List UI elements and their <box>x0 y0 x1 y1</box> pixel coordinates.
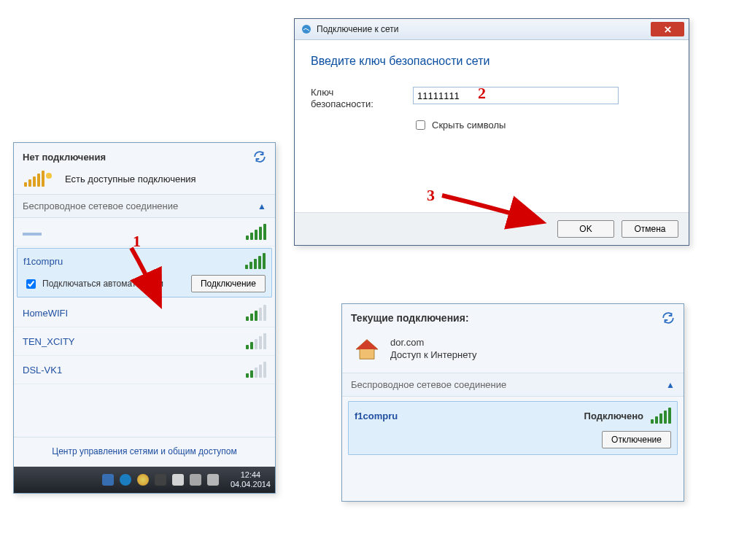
network-item-blurred[interactable]: ▬▬ <box>14 218 275 246</box>
clock-date: 04.04.2014 <box>231 480 271 489</box>
wireless-section-title: Беспроводное сетевое соединение <box>23 201 178 211</box>
network-item-selected[interactable]: f1compru Подключаться автоматически Подк… <box>17 248 272 298</box>
connected-status: Подключено <box>584 411 643 421</box>
hide-chars-checkbox[interactable] <box>416 120 425 130</box>
tray-volume-icon[interactable] <box>207 474 219 486</box>
active-network-row: dor.com Доступ к Интернету <box>342 332 684 373</box>
wifi-popup: Нет подключения Есть доступные подключен… <box>13 142 276 494</box>
hide-chars-label: Скрыть символы <box>432 120 506 131</box>
refresh-icon[interactable] <box>662 311 675 324</box>
disconnect-button[interactable]: Отключение <box>602 431 671 448</box>
network-center-link-text: Центр управления сетями и общим доступом <box>52 446 237 456</box>
close-button[interactable] <box>651 22 684 36</box>
network-name: TEN_XCITY <box>23 336 75 347</box>
connect-button[interactable]: Подключение <box>191 275 266 292</box>
auto-connect-text: Подключаться автоматически <box>42 279 163 289</box>
chevron-up-icon: ▲ <box>258 201 266 211</box>
taskbar-clock[interactable]: 12:44 04.04.2014 <box>231 470 271 489</box>
current-connections-title: Текущие подключения: <box>351 312 469 324</box>
auto-connect-checkbox[interactable] <box>26 279 36 289</box>
signal-icon <box>246 362 266 378</box>
wifi-popup-title: Нет подключения <box>23 152 106 163</box>
alert-dot-icon <box>46 173 52 179</box>
wifi-popup-header: Нет подключения <box>14 143 275 168</box>
annotation-3: 3 <box>427 186 435 205</box>
home-icon <box>352 335 382 364</box>
refresh-icon[interactable] <box>253 150 266 163</box>
wireless-section-title: Беспроводное сетевое соединение <box>351 379 506 390</box>
security-key-dialog: Подключение к сети Введите ключ безопасн… <box>294 18 689 246</box>
security-key-input[interactable] <box>413 87 619 104</box>
network-center-link[interactable]: Центр управления сетями и общим доступом <box>14 437 275 465</box>
dialog-title-text: Подключение к сети <box>317 24 398 34</box>
clock-time: 12:44 <box>231 470 271 480</box>
network-item[interactable]: DSL-VK1 <box>14 356 275 384</box>
signal-icon <box>246 333 266 349</box>
ok-button[interactable]: OK <box>557 220 614 238</box>
dialog-titlebar[interactable]: Подключение к сети <box>295 19 689 40</box>
network-name: f1compru <box>23 256 63 267</box>
connected-network-name: f1compru <box>355 411 398 421</box>
signal-icon <box>246 224 266 240</box>
network-name: HomeWIFI <box>23 308 68 319</box>
available-connections-row: Есть доступные подключения <box>14 168 275 194</box>
internet-access-text: Доступ к Интернету <box>390 349 477 362</box>
current-connections-popup: Текущие подключения: dor.com Доступ к Ин… <box>341 303 684 502</box>
signal-icon <box>246 305 266 321</box>
dialog-footer: OK Отмена <box>295 212 689 245</box>
tray-icon[interactable] <box>155 474 166 486</box>
current-connections-header: Текущие подключения: <box>342 304 684 332</box>
annotation-1: 1 <box>133 232 141 251</box>
signal-icon <box>24 171 44 187</box>
auto-connect-checkbox-label[interactable]: Подключаться автоматически <box>23 277 163 291</box>
taskbar: 12:44 04.04.2014 <box>14 467 275 493</box>
wireless-section-header[interactable]: Беспроводное сетевое соединение ▲ <box>14 194 275 218</box>
available-connections-text: Есть доступные подключения <box>65 174 196 184</box>
network-item[interactable]: HomeWIFI <box>14 299 275 327</box>
tray-icon[interactable] <box>137 474 149 486</box>
tray-icon[interactable] <box>102 474 114 486</box>
dialog-icon <box>301 23 312 35</box>
dialog-heading: Введите ключ безопасности сети <box>311 55 673 68</box>
signal-icon <box>651 408 671 424</box>
wireless-section-header[interactable]: Беспроводное сетевое соединение ▲ <box>342 373 684 397</box>
tray-network-icon[interactable] <box>190 474 201 486</box>
chevron-up-icon: ▲ <box>666 380 675 390</box>
network-name: ▬▬ <box>23 227 42 238</box>
network-item[interactable]: TEN_XCITY <box>14 327 275 356</box>
connected-network-item[interactable]: f1compru Подключено Отключение <box>348 401 678 455</box>
annotation-2: 2 <box>478 84 486 103</box>
tray-icon[interactable] <box>120 474 131 486</box>
cancel-button[interactable]: Отмена <box>622 220 678 238</box>
network-domain: dor.com <box>390 337 477 349</box>
signal-icon <box>245 253 266 269</box>
tray-flag-icon[interactable] <box>172 474 184 486</box>
dialog-body: Введите ключ безопасности сети Ключбезоп… <box>295 40 689 144</box>
network-name: DSL-VK1 <box>23 365 62 376</box>
key-label: Ключбезопасности: <box>311 87 398 111</box>
